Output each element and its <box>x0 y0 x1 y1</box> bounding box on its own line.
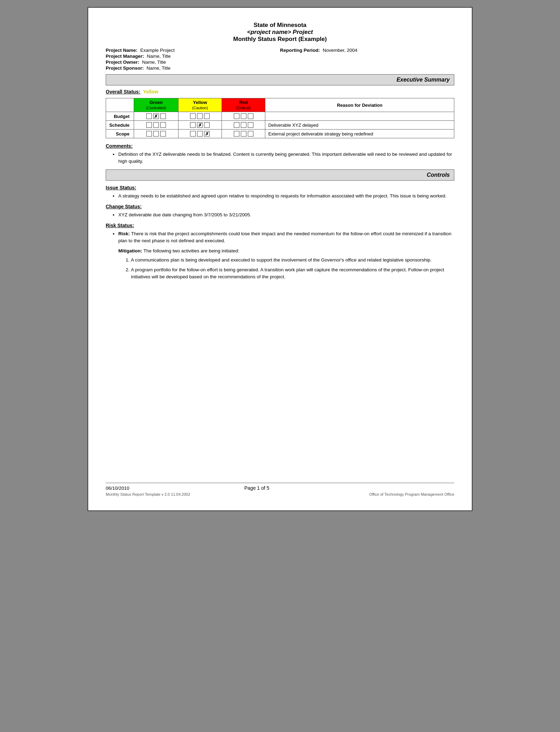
project-name-value: Example Project <box>140 48 175 53</box>
project-owner-label: Project Owner: <box>106 60 139 65</box>
checkbox <box>234 113 239 119</box>
mitigation-label: Mitigation: <box>118 248 142 253</box>
green-checkboxes-1 <box>134 121 178 130</box>
reason-cell-0 <box>265 112 454 121</box>
page: State of Minnesota <project name> Projec… <box>88 7 472 511</box>
checkbox <box>241 131 246 137</box>
checkbox <box>248 122 253 128</box>
mitigation-intro: The following two activities are being i… <box>144 248 239 253</box>
comments-section: Comments: Definition of the XYZ delivera… <box>106 143 454 165</box>
reporting-period-value: November, 2004 <box>323 48 357 53</box>
green-checkboxes-0 <box>134 112 178 121</box>
footer-template-info: Monthly Status Report Template v 2.0 11.… <box>106 492 190 496</box>
row-label-scope: Scope <box>106 130 134 138</box>
checkbox <box>190 113 196 119</box>
controls-title: Controls <box>427 172 450 178</box>
title-line1: State of Minnesota <box>106 22 454 29</box>
yellow-header: Yellow (Caution) <box>178 98 222 112</box>
checkbox <box>190 122 196 128</box>
document-title: State of Minnesota <project name> Projec… <box>106 22 454 43</box>
checkbox <box>146 113 152 119</box>
mitigation-item-2: A program portfolio for the follow-on ef… <box>131 266 454 281</box>
page-footer: 06/10/2010 Page 1 of 5 Monthly Status Re… <box>106 483 454 496</box>
overall-status-value: Yellow <box>143 89 159 95</box>
checkbox <box>204 131 210 137</box>
project-owner-value: Name, Title <box>142 60 166 65</box>
checkbox <box>160 122 166 128</box>
comment-item-1: Definition of the XYZ deliverable needs … <box>113 151 454 165</box>
risk-text: There is risk that the project accomplis… <box>118 231 451 243</box>
change-status-list: XYZ deliverable due date changing from 3… <box>106 211 454 218</box>
footer-office: Office of Technology Program Management … <box>369 492 454 496</box>
reporting-period-label: Reporting Period: <box>280 48 320 53</box>
issue-status-list: A strategy needs to be established and a… <box>106 193 454 200</box>
green-checkboxes-2 <box>134 130 178 138</box>
mitigation-item-1: A communications plan is being developed… <box>131 257 454 264</box>
checkbox <box>146 131 152 137</box>
checkbox <box>153 131 159 137</box>
reason-header: Reason for Deviation <box>265 98 454 112</box>
checkbox <box>160 113 166 119</box>
red-checkboxes-0 <box>222 112 265 121</box>
controls-section: Issue Status: A strategy needs to be est… <box>106 185 454 281</box>
table-row: Budget <box>106 112 454 121</box>
checkbox <box>197 113 203 119</box>
project-sponsor-label: Project Sponsor: <box>106 65 144 71</box>
yellow-checkboxes-0 <box>178 112 222 121</box>
comments-list: Definition of the XYZ deliverable needs … <box>106 151 454 165</box>
checkbox <box>153 122 159 128</box>
controls-header: Controls <box>106 169 454 181</box>
reason-cell-2: External project deliverable strategy be… <box>265 130 454 138</box>
title-line2: <project name> Project <box>106 29 454 36</box>
issue-status-title: Issue Status: <box>106 185 454 190</box>
issue-item-1: A strategy needs to be established and a… <box>113 193 454 200</box>
row-label-budget: Budget <box>106 112 134 121</box>
checkbox <box>190 131 196 137</box>
checkbox <box>248 131 253 137</box>
checkbox <box>241 122 246 128</box>
checkbox <box>197 131 203 137</box>
red-checkboxes-1 <box>222 121 265 130</box>
risk-status-list: Risk: There is risk that the project acc… <box>106 230 454 245</box>
checkbox <box>248 113 253 119</box>
table-row: ScopeExternal project deliverable strate… <box>106 130 454 138</box>
comments-title: Comments: <box>106 143 454 149</box>
risk-status-title: Risk Status: <box>106 223 454 228</box>
checkbox <box>160 131 166 137</box>
checkbox <box>234 131 239 137</box>
overall-status-label: Overall Status: <box>106 89 140 95</box>
risk-item: Risk: There is risk that the project acc… <box>113 230 454 245</box>
change-item-1: XYZ deliverable due date changing from 3… <box>113 211 454 218</box>
project-sponsor-row: Project Sponsor: Name, Title <box>106 65 280 71</box>
meta-info: Project Name: Example Project Reporting … <box>106 48 454 71</box>
reporting-period-row: Reporting Period: November, 2004 <box>280 48 454 53</box>
project-name-row: Project Name: Example Project <box>106 48 280 53</box>
overall-status: Overall Status: Yellow <box>106 89 454 95</box>
table-row: ScheduleDeliverable XYZ delayed <box>106 121 454 130</box>
project-name-label: Project Name: <box>106 48 138 53</box>
executive-summary-title: Executive Summary <box>397 77 450 83</box>
yellow-checkboxes-2 <box>178 130 222 138</box>
project-manager-row: Project Manager: Name, Title <box>106 54 280 59</box>
change-status-title: Change Status: <box>106 204 454 209</box>
mitigation-list: A communications plan is being developed… <box>118 257 454 281</box>
footer-page: Page 1 of 5 <box>244 485 270 491</box>
checkbox <box>153 113 159 119</box>
reason-cell-1: Deliverable XYZ delayed <box>265 121 454 130</box>
checkbox <box>241 113 246 119</box>
footer-sub: Monthly Status Report Template v 2.0 11.… <box>106 492 454 496</box>
executive-summary-header: Executive Summary <box>106 74 454 85</box>
status-table: Green (Controlled) Yellow (Caution) Red … <box>106 98 454 138</box>
checkbox <box>204 113 210 119</box>
project-owner-row: Project Owner: Name, Title <box>106 60 280 65</box>
empty-header <box>106 98 134 112</box>
yellow-checkboxes-1 <box>178 121 222 130</box>
project-manager-value: Name, Title <box>147 54 171 59</box>
title-line3: Monthly Status Report (Example) <box>106 36 454 43</box>
row-label-schedule: Schedule <box>106 121 134 130</box>
green-header: Green (Controlled) <box>134 98 178 112</box>
checkbox <box>234 122 239 128</box>
project-sponsor-value: Name, Title <box>147 65 170 71</box>
checkbox <box>204 122 210 128</box>
red-header: Red (Critical) <box>222 98 265 112</box>
